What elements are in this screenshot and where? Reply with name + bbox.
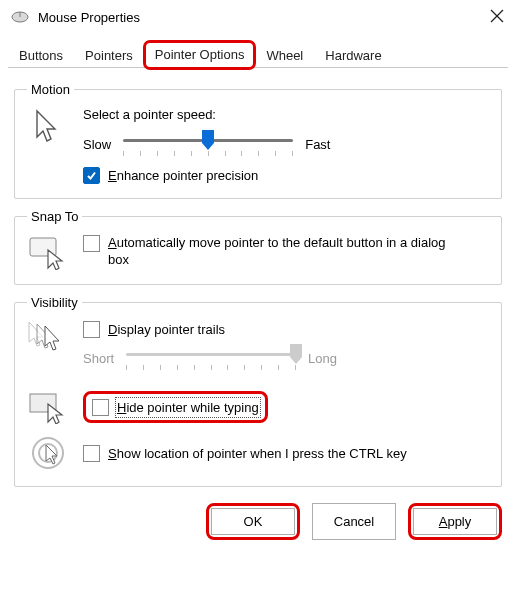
show-location-ctrl-label: Show location of pointer when I press th… xyxy=(108,445,407,462)
tab-pointer-options[interactable]: Pointer Options xyxy=(144,41,256,69)
tab-strip: Buttons Pointers Pointer Options Wheel H… xyxy=(0,40,516,68)
tab-hardware[interactable]: Hardware xyxy=(314,42,392,69)
display-trails-label: Display pointer trails xyxy=(108,321,225,338)
trail-length-slider xyxy=(126,344,296,372)
checkbox-box xyxy=(83,445,100,462)
pointer-speed-slow: Slow xyxy=(83,137,111,152)
svg-marker-4 xyxy=(37,111,55,141)
show-location-ctrl-checkbox[interactable]: Show location of pointer when I press th… xyxy=(83,444,407,462)
group-motion: Motion Select a pointer speed: Slow Fas xyxy=(14,82,502,199)
group-visibility: Visibility Display pointer trails Short xyxy=(14,295,502,487)
display-trails-checkbox[interactable]: Display pointer trails xyxy=(83,320,225,338)
enhance-precision-label: Enhance pointer precision xyxy=(108,167,258,184)
cancel-button[interactable]: Cancel xyxy=(312,503,396,540)
tab-wheel[interactable]: Wheel xyxy=(255,42,314,69)
close-icon[interactable] xyxy=(468,8,508,26)
title-bar: Mouse Properties xyxy=(0,0,516,34)
ctrl-locate-icon xyxy=(27,434,69,472)
tab-pointers[interactable]: Pointers xyxy=(74,42,144,69)
trail-long-label: Long xyxy=(308,351,337,366)
pointer-speed-label: Select a pointer speed: xyxy=(83,107,489,122)
checkbox-box xyxy=(92,399,109,416)
svg-marker-5 xyxy=(202,130,214,150)
window-title: Mouse Properties xyxy=(38,10,468,25)
trail-short-label: Short xyxy=(83,351,114,366)
apply-button[interactable]: Apply xyxy=(413,508,497,535)
cursor-arrow-icon xyxy=(27,107,69,147)
hide-pointer-icon xyxy=(27,390,69,424)
enhance-precision-checkbox[interactable]: Enhance pointer precision xyxy=(83,166,258,184)
hide-while-typing-checkbox[interactable]: Hide pointer while typing xyxy=(92,398,259,416)
group-snap-to-legend: Snap To xyxy=(27,209,82,224)
svg-marker-11 xyxy=(290,344,302,364)
tab-content: Motion Select a pointer speed: Slow Fas xyxy=(0,68,516,487)
snap-to-default-checkbox[interactable]: Automatically move pointer to the defaul… xyxy=(83,234,468,268)
checkbox-box xyxy=(83,235,100,252)
dialog-buttons: OK Cancel Apply xyxy=(0,497,516,540)
hide-while-typing-label: Hide pointer while typing xyxy=(117,399,259,416)
snap-to-default-label: Automatically move pointer to the defaul… xyxy=(108,234,468,268)
checkbox-box xyxy=(83,167,100,184)
group-motion-legend: Motion xyxy=(27,82,74,97)
snap-to-icon xyxy=(27,234,69,270)
group-visibility-legend: Visibility xyxy=(27,295,82,310)
checkbox-box xyxy=(83,321,100,338)
tab-buttons[interactable]: Buttons xyxy=(8,42,74,69)
group-snap-to: Snap To Automatically move pointer to th… xyxy=(14,209,502,285)
pointer-speed-fast: Fast xyxy=(305,137,330,152)
pointer-speed-slider[interactable] xyxy=(123,130,293,158)
mouse-hardware-icon xyxy=(10,10,30,24)
ok-button[interactable]: OK xyxy=(211,508,295,535)
pointer-trails-icon xyxy=(27,320,69,358)
